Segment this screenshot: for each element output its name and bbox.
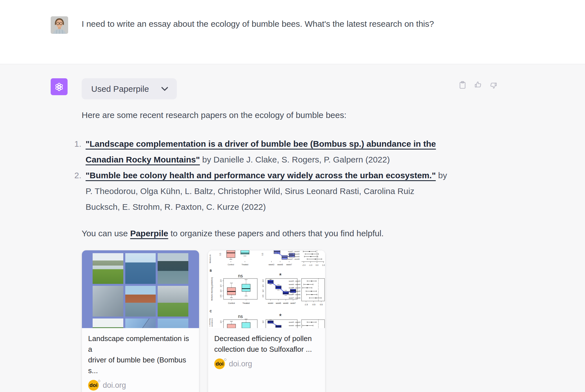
svg-text:0.5: 0.5 <box>262 253 264 255</box>
svg-text:1.0: 1.0 <box>220 320 222 323</box>
used-plugin-label: Used Paperpile <box>91 84 149 94</box>
svg-text:week6 - week4: week6 - week4 <box>289 324 301 326</box>
svg-text:Control: Control <box>228 264 234 266</box>
list-number: 1. <box>74 136 81 152</box>
card-source-domain: doi.org <box>229 360 252 368</box>
chevron-down-icon <box>161 87 168 91</box>
svg-text:week7 - week5: week7 - week5 <box>288 255 300 257</box>
svg-text:(prediction): (prediction) <box>211 318 213 327</box>
svg-text:1.0: 1.0 <box>322 264 325 266</box>
used-plugin-dropdown[interactable]: Used Paperpile <box>82 78 177 99</box>
svg-text:1.0: 1.0 <box>220 289 222 292</box>
landscape-photo-tile <box>158 286 188 317</box>
svg-text:week7 - week6: week7 - week6 <box>289 297 301 299</box>
assistant-header: Used Paperpile <box>51 78 585 99</box>
svg-text:-1.0: -1.0 <box>309 264 312 266</box>
svg-text:week6: week6 <box>283 302 289 304</box>
outro-prefix: You can use <box>82 229 130 238</box>
svg-text:Control: Control <box>228 302 235 304</box>
svg-text:Treated: Treated <box>242 302 250 304</box>
svg-text:week7 - week6: week7 - week6 <box>288 258 300 260</box>
svg-text:week7 - week4: week7 - week4 <box>289 328 301 328</box>
landscape-photo-tile <box>125 253 156 284</box>
paper-link-2[interactable]: "Bumble bee colony health and performanc… <box>86 171 436 180</box>
svg-text:week4: week4 <box>268 302 273 304</box>
svg-text:week6 - week5: week6 - week5 <box>288 253 300 255</box>
svg-text:0.0: 0.0 <box>316 264 318 266</box>
landscape-photo-tile <box>158 318 188 328</box>
svg-text:week7: week7 <box>290 302 296 304</box>
paper-list-item: 1. "Landscape complementation is a drive… <box>86 136 450 168</box>
citation-cards: Landscape complementation is a driver of… <box>82 250 450 392</box>
svg-text:*: * <box>279 272 282 279</box>
card-title: Landscape complementation is a driver of… <box>88 333 193 376</box>
message-actions <box>458 81 498 89</box>
svg-text:week7 - week5: week7 - week5 <box>289 293 301 295</box>
boxplot-figure: Workers le 0.5 Control <box>208 250 325 328</box>
svg-text:-0.5: -0.5 <box>312 304 315 306</box>
svg-text:0.5: 0.5 <box>262 295 264 297</box>
paper-list-item: 2. "Bumble bee colony health and perform… <box>86 168 450 215</box>
landscape-photo-tile <box>93 318 123 328</box>
svg-text:week5 - week4: week5 - week4 <box>289 280 301 282</box>
card-source-row: doi doi.org <box>214 358 319 369</box>
list-number: 2. <box>74 168 81 183</box>
card-title: Decreased efficiency of pollen collectio… <box>214 333 319 355</box>
outro-suffix: to organize these papers and others that… <box>168 229 384 238</box>
landscape-photo-tile <box>158 253 188 284</box>
svg-text:Workers returning (prediction): Workers returning (prediction) <box>211 277 213 300</box>
user-message-text: I need to write an essay about the ecolo… <box>82 16 434 31</box>
landscape-photo-tile <box>93 286 123 317</box>
svg-text:ns: ns <box>238 273 243 278</box>
svg-text:1.5: 1.5 <box>262 284 264 287</box>
thumbs-up-icon[interactable] <box>474 81 482 89</box>
svg-text:Workers le: Workers le <box>209 254 211 263</box>
card-source-domain: doi.org <box>103 381 126 390</box>
landscape-photo-tile <box>93 253 123 284</box>
svg-text:week6 - week4: week6 - week4 <box>289 283 301 285</box>
svg-text:week3: week3 <box>268 264 274 266</box>
outro-paragraph: You can use Paperpile to organize these … <box>82 226 450 241</box>
intro-paragraph: Here are some recent research papers on … <box>82 107 450 123</box>
svg-text:week5: week5 <box>276 302 281 304</box>
svg-text:*: * <box>279 312 282 320</box>
svg-text:2.0: 2.0 <box>262 279 264 282</box>
svg-text:week6 - week5: week6 - week5 <box>289 290 301 292</box>
clipboard-icon[interactable] <box>458 81 467 89</box>
openai-logo-icon <box>53 81 65 93</box>
card-source-row: doi doi.org <box>88 380 193 391</box>
landscape-photo-grid <box>82 250 199 328</box>
paperpile-link[interactable]: Paperpile <box>130 229 168 238</box>
doi-badge-icon: doi <box>214 358 225 369</box>
user-photo <box>51 16 68 34</box>
thumbs-down-icon[interactable] <box>489 81 498 89</box>
svg-text:1.5: 1.5 <box>220 284 222 287</box>
svg-text:B: B <box>210 269 212 272</box>
svg-text:0.5: 0.5 <box>320 304 323 306</box>
assistant-avatar <box>51 78 68 95</box>
svg-text:-2.0: -2.0 <box>302 264 305 266</box>
boxplot-figure-svg: Workers le 0.5 Control <box>208 250 325 328</box>
svg-text:0.5: 0.5 <box>220 295 222 297</box>
paper-authors-1: by Danielle J. Clake, S. Rogers, P. Galp… <box>200 155 390 164</box>
svg-text:1.0: 1.0 <box>262 320 264 323</box>
svg-text:week5 - week4: week5 - week4 <box>289 321 301 323</box>
doi-badge-icon: doi <box>88 380 99 391</box>
citation-card-landscape[interactable]: Landscape complementation is a driver of… <box>82 250 199 392</box>
assistant-message-body: Here are some recent research papers on … <box>82 107 450 392</box>
user-avatar <box>51 16 68 34</box>
paper-list: 1. "Landscape complementation is a drive… <box>82 136 450 215</box>
svg-text:0.5: 0.5 <box>219 253 221 255</box>
landscape-photo-tile <box>125 286 156 317</box>
svg-text:week7 - week4: week7 - week4 <box>288 250 300 252</box>
svg-text:C: C <box>210 310 212 313</box>
svg-text:week7 - week4: week7 - week4 <box>289 287 301 289</box>
citation-card-figure[interactable]: Workers le 0.5 Control <box>208 250 325 392</box>
card-caption: Decreased efficiency of pollen collectio… <box>208 328 325 375</box>
svg-text:2.0: 2.0 <box>220 279 222 282</box>
svg-text:Treated: Treated <box>242 264 248 266</box>
svg-text:-1.5: -1.5 <box>304 304 308 306</box>
landscape-photo-tile <box>125 318 156 328</box>
svg-text:1.0: 1.0 <box>262 289 264 292</box>
card-caption: Landscape complementation is a driver of… <box>82 328 199 392</box>
